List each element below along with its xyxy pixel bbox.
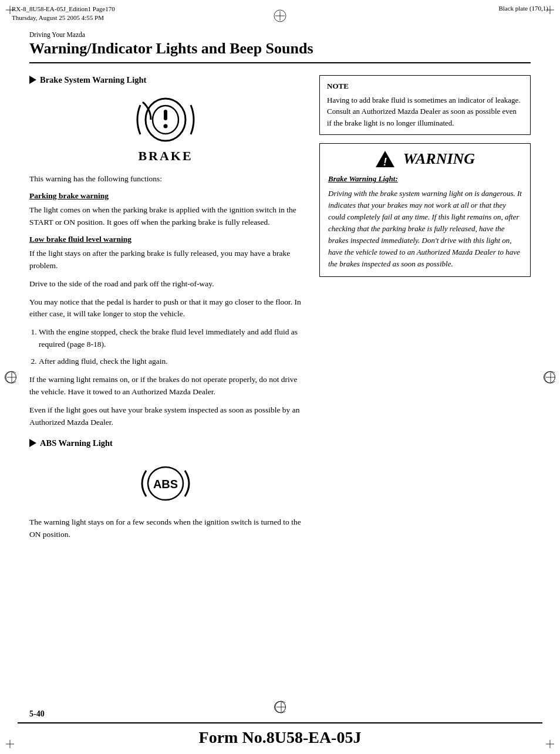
brake-icon bbox=[133, 93, 198, 146]
list-item-1: With the engine stopped, check the brake… bbox=[39, 326, 302, 351]
corner-mark-tr bbox=[546, 6, 554, 14]
reg-mark-right bbox=[544, 371, 555, 383]
note-box: NOTE Having to add brake fluid is someti… bbox=[319, 75, 531, 136]
header-line2: Thursday, August 25 2005 4:55 PM bbox=[12, 13, 115, 22]
section-subtitle: Driving Your Mazda bbox=[29, 31, 531, 38]
warn-body: Driving with the brake system warning li… bbox=[328, 188, 522, 271]
drive-text: Drive to the side of the road and park o… bbox=[29, 278, 302, 290]
fluid-level-heading: Low brake fluid level warning bbox=[29, 235, 302, 244]
parking-brake-heading: Parking brake warning bbox=[29, 191, 302, 201]
warn-title: Brake Warning Light: bbox=[328, 173, 522, 185]
abs-icon-container: ABS bbox=[29, 460, 302, 507]
form-number: Form No.8U58-EA-05J bbox=[0, 723, 560, 754]
brake-text-label: BRAKE bbox=[138, 148, 193, 164]
pedal-text: You may notice that the pedal is harder … bbox=[29, 296, 302, 321]
page-footer: 5-40 Form No.8U58-EA-05J bbox=[0, 706, 560, 754]
triangle-bullet-abs bbox=[29, 439, 36, 447]
brake-heading-text: Brake System Warning Light bbox=[40, 75, 146, 85]
warning-text-1: If the warning light remains on, or if t… bbox=[29, 374, 302, 398]
header-line1: RX-8_8U58-EA-05J_Edition1 Page170 bbox=[12, 5, 115, 13]
main-content: Driving Your Mazda Warning/Indicator Lig… bbox=[0, 31, 560, 547]
note-text: Having to add brake fluid is sometimes a… bbox=[327, 94, 523, 129]
page-number: 5-40 bbox=[29, 709, 45, 719]
fluid-level-text: If the light stays on after the parking … bbox=[29, 248, 302, 272]
svg-point-20 bbox=[164, 124, 168, 128]
right-column: NOTE Having to add brake fluid is someti… bbox=[319, 75, 531, 289]
abs-icon: ABS bbox=[133, 460, 198, 507]
list-item-2: After adding fluid, check the light agai… bbox=[39, 356, 302, 368]
warning-content: Brake Warning Light: Driving with the br… bbox=[328, 173, 522, 270]
brake-numbered-list: With the engine stopped, check the brake… bbox=[39, 326, 302, 368]
header-right: Black plate (170,1) bbox=[498, 5, 548, 12]
brake-section-heading: Brake System Warning Light bbox=[29, 75, 302, 85]
brake-intro-text: This warning has the following functions… bbox=[29, 173, 302, 185]
header-left: RX-8_8U58-EA-05J_Edition1 Page170 Thursd… bbox=[12, 5, 115, 23]
title-divider bbox=[29, 62, 531, 63]
triangle-bullet-brake bbox=[29, 76, 36, 84]
warning-box: ! WARNING Brake Warning Light: Driving w… bbox=[319, 143, 531, 276]
warning-text-2: Even if the light goes out have your bra… bbox=[29, 404, 302, 429]
parking-brake-text: The light comes on when the parking brak… bbox=[29, 204, 302, 229]
reg-mark-left bbox=[5, 371, 16, 383]
svg-text:!: ! bbox=[383, 156, 387, 168]
left-column: Brake System Warning Light bbox=[29, 75, 302, 547]
warning-triangle-icon: ! bbox=[375, 150, 395, 168]
warning-header: ! WARNING bbox=[328, 150, 522, 168]
brake-icon-container: BRAKE bbox=[29, 93, 302, 164]
corner-mark-tl bbox=[6, 6, 14, 14]
svg-rect-19 bbox=[164, 110, 167, 120]
section-title: Warning/Indicator Lights and Beep Sounds bbox=[29, 39, 531, 58]
note-title: NOTE bbox=[327, 82, 523, 91]
two-col-layout: Brake System Warning Light bbox=[29, 75, 531, 547]
abs-heading-text: ABS Warning Light bbox=[40, 438, 113, 448]
footer-top: 5-40 bbox=[0, 706, 560, 722]
abs-text: The warning light stays on for a few sec… bbox=[29, 516, 302, 541]
reg-mark-top bbox=[274, 9, 286, 25]
page-container: RX-8_8U58-EA-05J_Edition1 Page170 Thursd… bbox=[0, 0, 560, 754]
abs-section-heading: ABS Warning Light bbox=[29, 438, 302, 448]
warning-text-header: WARNING bbox=[403, 150, 475, 168]
svg-text:ABS: ABS bbox=[153, 478, 178, 491]
